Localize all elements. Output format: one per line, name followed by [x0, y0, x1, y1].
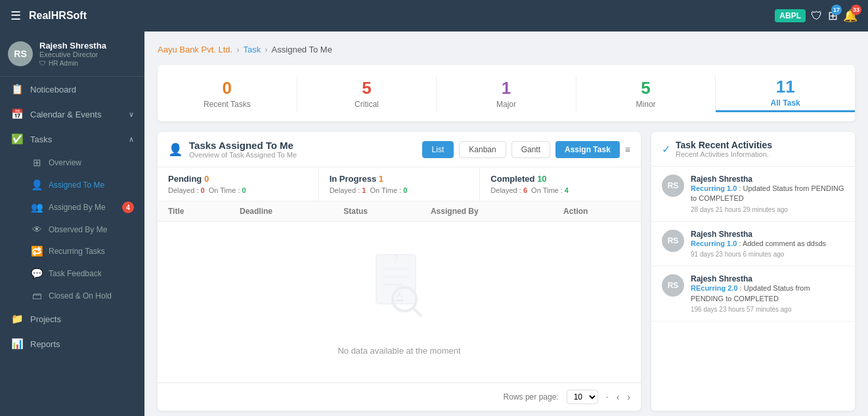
sidebar-user-hr: 🛡 HR Admin: [39, 60, 106, 67]
sidebar: RS Rajesh Shrestha Executive Director 🛡 …: [0, 31, 144, 416]
sidebar-item-tasks[interactable]: ✅ Tasks ∧: [0, 127, 144, 152]
topnav: ☰ RealHRSoft ABPL 🛡 ⊞ 17 🔔 33: [0, 0, 868, 31]
sidebar-item-recurring-tasks[interactable]: 🔁 Recurring Tasks: [0, 240, 144, 262]
stat-label-all: All Task: [724, 98, 847, 108]
task-stat-inprogress-title: In Progress 1: [330, 174, 469, 184]
company-badge: ABPL: [775, 9, 806, 22]
noticeboard-icon: 📋: [11, 83, 24, 95]
stat-label-critical: Critical: [305, 100, 429, 109]
sidebar-item-reports[interactable]: 📊 Reports: [0, 331, 144, 356]
activity-avatar: RS: [662, 230, 684, 252]
feedback-icon: 💬: [30, 268, 43, 280]
sidebar-item-noticeboard[interactable]: 📋 Noticeboard: [0, 77, 144, 102]
stat-label-recent: Recent Tasks: [165, 100, 289, 109]
task-stat-inprogress: In Progress 1 Delayed : 1 On Time : 0: [319, 167, 481, 201]
activity-content: Rajesh Shrestha REcurring 2.0 : Updated …: [691, 274, 844, 313]
assigned-by-me-badge: 4: [122, 201, 134, 213]
breadcrumb: Aayu Bank Pvt. Ltd. › Task › Assigned To…: [158, 45, 855, 54]
assigned-by-me-icon: 👥: [30, 201, 43, 213]
activity-user: Rajesh Shrestha: [691, 175, 844, 184]
activity-avatar: RS: [662, 175, 684, 197]
empty-icon: ?: [360, 248, 439, 339]
activity-user: Rajesh Shrestha: [691, 274, 844, 283]
sidebar-item-closed-on-hold[interactable]: 🗃 Closed & On Hold: [0, 285, 144, 306]
sidebar-item-observed-by-me[interactable]: 👁 Observed By Me: [0, 218, 144, 240]
svg-rect-3: [383, 283, 402, 286]
page-indicator: -: [606, 392, 609, 402]
col-action: Action: [553, 201, 641, 222]
list-view-btn[interactable]: List: [422, 141, 454, 158]
svg-rect-2: [383, 276, 409, 278]
reports-icon: 📊: [11, 338, 24, 350]
avatar: RS: [8, 41, 33, 66]
task-stat-pending-title: Pending 0: [168, 174, 308, 184]
task-panel-header: 👤 Tasks Assigned To Me Overview of Task …: [158, 132, 641, 167]
activity-time: 28 days 21 hours 29 minutes ago: [691, 206, 844, 213]
activity-desc: Recurring 1.0 : Added comment as ddsds: [691, 239, 844, 249]
task-panel-title: Tasks Assigned To Me: [189, 140, 297, 151]
task-panel-icon: 👤: [168, 142, 183, 157]
sidebar-item-overview[interactable]: ⊞ Overview: [0, 152, 144, 174]
stat-recent-tasks[interactable]: 0 Recent Tasks: [158, 75, 297, 112]
task-stat-pending-sub: Delayed : 0 On Time : 0: [168, 186, 308, 194]
shield-icon-btn[interactable]: 🛡: [811, 9, 823, 23]
empty-state: ? No data available at the moment: [158, 222, 641, 382]
sidebar-item-label: Assigned To Me: [49, 180, 104, 190]
stat-critical[interactable]: 5 Critical: [297, 75, 437, 112]
activities-title: Task Recent Activities: [676, 140, 772, 150]
activity-link[interactable]: Recurring 1.0: [691, 184, 737, 192]
activity-desc: REcurring 2.0 : Updated Status from PEND…: [691, 283, 844, 304]
kanban-view-btn[interactable]: Kanban: [459, 141, 506, 158]
activity-item: RS Rajesh Shrestha REcurring 2.0 : Updat…: [651, 266, 855, 322]
activities-icon: ✓: [662, 143, 670, 156]
activity-link[interactable]: REcurring 2.0: [691, 284, 738, 292]
activity-link[interactable]: Recurring 1.0: [691, 239, 737, 247]
bell-icon-btn[interactable]: 🔔 33: [843, 9, 857, 23]
hamburger-icon[interactable]: ☰: [11, 9, 21, 23]
rows-per-page-label: Rows per page:: [504, 392, 559, 402]
gantt-view-btn[interactable]: Gantt: [511, 141, 550, 158]
stat-value-major: 1: [445, 78, 568, 98]
breadcrumb-company[interactable]: Aayu Bank Pvt. Ltd.: [158, 45, 232, 54]
stat-all-task[interactable]: 11 All Task: [716, 74, 855, 112]
col-status: Status: [333, 201, 420, 222]
sidebar-user-role: Executive Director: [39, 51, 106, 58]
svg-rect-1: [383, 268, 409, 270]
stat-label-major: Major: [445, 100, 568, 109]
topnav-icons: ABPL 🛡 ⊞ 17 🔔 33: [775, 9, 857, 23]
stat-major[interactable]: 1 Major: [437, 75, 576, 112]
activities-header: ✓ Task Recent Activities Recent Activiti…: [651, 132, 855, 167]
sidebar-item-projects[interactable]: 📁 Projects: [0, 306, 144, 331]
rows-per-page-select[interactable]: 10 25 50: [567, 390, 598, 404]
content-row: 👤 Tasks Assigned To Me Overview of Task …: [158, 132, 855, 411]
activities-subtitle: Recent Activities Information.: [676, 150, 772, 158]
stat-minor[interactable]: 5 Minor: [576, 75, 716, 112]
sidebar-item-assigned-to-me[interactable]: 👤 Assigned To Me: [0, 174, 144, 196]
svg-point-9: [396, 296, 398, 298]
filter-icon[interactable]: ≡: [625, 144, 630, 155]
prev-page-btn[interactable]: ‹: [617, 392, 620, 402]
grid-icon-btn[interactable]: ⊞ 17: [828, 9, 838, 23]
activity-time: 91 days 23 hours 6 minutes ago: [691, 251, 844, 258]
next-page-btn[interactable]: ›: [627, 392, 630, 402]
overview-icon: ⊞: [30, 157, 43, 169]
shield-icon: 🛡: [811, 9, 823, 23]
assigned-to-me-icon: 👤: [30, 179, 43, 191]
activity-avatar: RS: [662, 274, 684, 297]
sidebar-item-label: Calendar & Events: [30, 110, 122, 119]
assign-task-btn[interactable]: Assign Task: [555, 141, 620, 158]
sidebar-item-assigned-by-me[interactable]: 👥 Assigned By Me 4: [0, 196, 144, 218]
sidebar-item-label: Observed By Me: [49, 225, 107, 234]
projects-icon: 📁: [11, 313, 24, 325]
svg-text:?: ?: [393, 253, 399, 264]
col-deadline: Deadline: [229, 201, 333, 222]
sidebar-item-calendar[interactable]: 📅 Calendar & Events ∨: [0, 102, 144, 127]
sidebar-item-task-feedback[interactable]: 💬 Task Feedback: [0, 262, 144, 285]
recurring-icon: 🔁: [30, 245, 43, 257]
breadcrumb-section[interactable]: Task: [244, 45, 261, 54]
activities-list: RS Rajesh Shrestha Recurring 1.0 : Updat…: [651, 167, 855, 322]
stat-value-recent: 0: [165, 78, 289, 98]
task-stat-inprogress-sub: Delayed : 1 On Time : 0: [330, 186, 469, 194]
app-logo: RealHRSoft: [29, 10, 775, 22]
task-panel-subtitle: Overview of Task Assigned To Me: [189, 151, 297, 159]
